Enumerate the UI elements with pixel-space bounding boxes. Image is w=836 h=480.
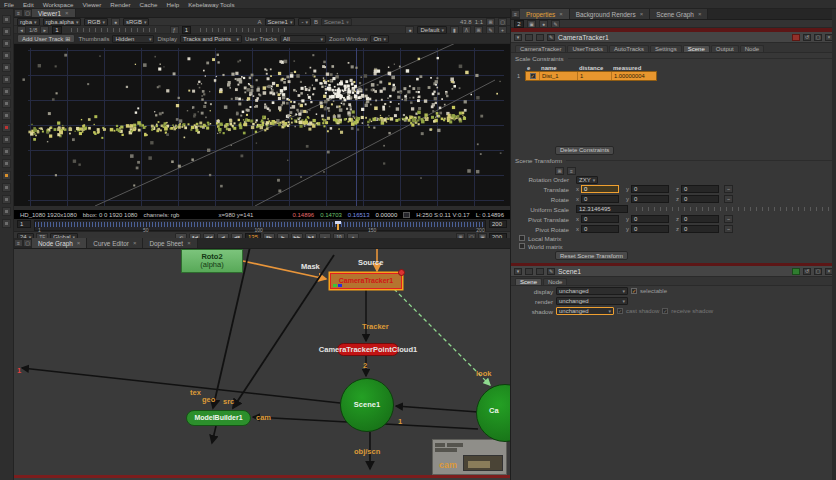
node-modelbuilder1[interactable]: ModelBuilder1: [186, 410, 251, 426]
constraint-distance[interactable]: 1: [578, 72, 612, 80]
snap-menu-icon[interactable]: ⊞: [555, 167, 564, 175]
subtab-scene[interactable]: Scene: [515, 278, 542, 285]
left-toolbar-icon[interactable]: [2, 147, 11, 156]
display-dropdown[interactable]: unchanged▾: [556, 287, 628, 295]
pane-menu-icon[interactable]: ≡: [511, 10, 520, 18]
close-icon[interactable]: ×: [77, 240, 81, 246]
local-matrix-checkbox[interactable]: [519, 235, 525, 241]
roi-pencil-icon[interactable]: ✎: [486, 26, 495, 34]
gl-color-swatch[interactable]: [536, 268, 544, 275]
properties-bin-count[interactable]: 2: [514, 20, 524, 28]
wipe-mode-dropdown[interactable]: -▾: [298, 18, 311, 26]
pane-menu-icon[interactable]: ≡: [14, 9, 23, 17]
tab-curve-editor[interactable]: Curve Editor×: [87, 238, 143, 248]
lock-icon[interactable]: ▣: [527, 20, 536, 28]
menu-edit[interactable]: Edit: [23, 1, 34, 8]
range-end-field[interactable]: 200: [489, 220, 507, 228]
gl-color-swatch[interactable]: [536, 34, 544, 41]
node-green-swatch[interactable]: [792, 268, 800, 275]
menu-workspace[interactable]: Workspace: [43, 1, 74, 8]
translate-x-field[interactable]: 0: [581, 185, 619, 193]
gain-fraction[interactable]: 1/8: [29, 27, 37, 33]
subtab-scene[interactable]: Scene: [683, 45, 710, 52]
world-matrix-checkbox[interactable]: [519, 243, 525, 249]
rotate-x-field[interactable]: 0: [581, 195, 619, 203]
subtab-node[interactable]: Node: [740, 45, 764, 52]
uniform-scale-field[interactable]: 12.3146495: [576, 205, 628, 213]
node-color-swatch[interactable]: [525, 34, 533, 41]
zoom-level[interactable]: 43.8: [460, 19, 472, 25]
gain-left-icon[interactable]: ◂: [17, 26, 26, 34]
gamma-display-icon[interactable]: Λ: [462, 26, 471, 34]
animation-menu-icon[interactable]: ~: [724, 195, 733, 203]
left-toolbar-icon[interactable]: [2, 183, 11, 192]
add-user-track-button[interactable]: Add User Track⊞: [17, 34, 75, 43]
left-toolbar-icon[interactable]: [2, 39, 11, 48]
brush-icon[interactable]: ✎: [547, 268, 555, 275]
left-toolbar-icon[interactable]: [2, 75, 11, 84]
menu-file[interactable]: File: [4, 1, 14, 8]
translate-y-field[interactable]: 0: [631, 185, 669, 193]
left-toolbar-icon[interactable]: [2, 207, 11, 216]
translate-z-field[interactable]: 0: [681, 185, 719, 193]
subtab-output[interactable]: Output: [711, 45, 739, 52]
pivot-translate-z-field[interactable]: 0: [681, 215, 719, 223]
animation-menu-icon[interactable]: ~: [724, 225, 733, 233]
b-input-dropdown[interactable]: Scene1▾: [321, 18, 352, 26]
menu-cache[interactable]: Cache: [140, 1, 158, 8]
subtab-usertracks[interactable]: UserTracks: [567, 45, 607, 52]
brush-icon[interactable]: ✎: [547, 34, 555, 41]
left-toolbar-icon[interactable]: [2, 15, 11, 24]
close-icon[interactable]: ×: [133, 240, 137, 246]
pencil-icon[interactable]: ✎: [551, 20, 560, 28]
tab-node-graph[interactable]: Node Graph×: [32, 238, 87, 248]
a-input-dropdown[interactable]: Scene1▾: [265, 18, 296, 26]
tab-scene-graph[interactable]: Scene Graph×: [650, 9, 708, 19]
fullscreen-icon[interactable]: ⊞: [486, 18, 495, 26]
tab-background-renders[interactable]: Background Renders×: [570, 9, 651, 19]
error-swatch[interactable]: [792, 34, 800, 41]
left-toolbar-icon[interactable]: [2, 195, 11, 204]
pivot-translate-x-field[interactable]: 0: [581, 215, 619, 223]
close-icon[interactable]: ×: [640, 11, 644, 17]
shadow-dropdown[interactable]: unchanged▾: [556, 307, 614, 315]
alpha-layer-dropdown[interactable]: rgba.alpha▾: [43, 18, 82, 26]
timeline-track[interactable]: 1 50 100 150 200: [34, 220, 486, 231]
panel-title[interactable]: Scene1: [558, 268, 789, 275]
panel-title[interactable]: CameraTracker1: [558, 34, 789, 41]
menu-viewer[interactable]: Viewer: [83, 1, 102, 8]
left-toolbar-icon[interactable]: [2, 159, 11, 168]
subtab-settings[interactable]: Settings: [650, 45, 682, 52]
menu-help[interactable]: Help: [167, 1, 180, 8]
receive-shadow-checkbox[interactable]: ✓: [662, 308, 668, 314]
gain-right-icon[interactable]: ▸: [40, 26, 49, 34]
render-dropdown[interactable]: unchanged▾: [556, 297, 628, 305]
float-panel-icon[interactable]: ▢: [814, 34, 822, 41]
float-panel-icon[interactable]: ▢: [814, 268, 822, 275]
constraint-measured[interactable]: 1.00000004: [612, 72, 656, 80]
gamma-icon[interactable]: ƒ: [170, 26, 179, 34]
left-toolbar-icon[interactable]: [2, 51, 11, 60]
constraint-name[interactable]: Dist_1: [540, 72, 578, 80]
mini-control[interactable]: [435, 443, 445, 447]
close-icon[interactable]: ×: [65, 10, 69, 16]
subtab-node[interactable]: Node: [543, 278, 567, 285]
input-process-icon[interactable]: ▮: [450, 26, 459, 34]
close-icon[interactable]: ×: [698, 11, 702, 17]
thumbnails-dropdown[interactable]: Hidden▾: [112, 35, 154, 43]
pane-split-icon[interactable]: ▢: [23, 239, 32, 247]
gamma-value-field[interactable]: 1: [182, 26, 191, 34]
close-icon[interactable]: ×: [187, 240, 191, 246]
left-toolbar-icon[interactable]: [2, 87, 11, 96]
animation-menu-icon[interactable]: ~: [724, 215, 733, 223]
display-channels-dropdown[interactable]: RGB▾: [84, 18, 108, 26]
cast-shadow-checkbox[interactable]: ✓: [617, 308, 623, 314]
pivot-rotate-y-field[interactable]: 0: [631, 225, 669, 233]
revert-icon[interactable]: ↺: [803, 34, 811, 41]
left-toolbar-icon[interactable]: [2, 171, 11, 180]
tab-properties[interactable]: Properties×: [520, 9, 570, 19]
viewer-process-dropdown[interactable]: Default▾: [417, 26, 447, 34]
menu-render[interactable]: Render: [110, 1, 130, 8]
gain-slider[interactable]: [71, 28, 161, 32]
playhead[interactable]: [337, 221, 339, 230]
